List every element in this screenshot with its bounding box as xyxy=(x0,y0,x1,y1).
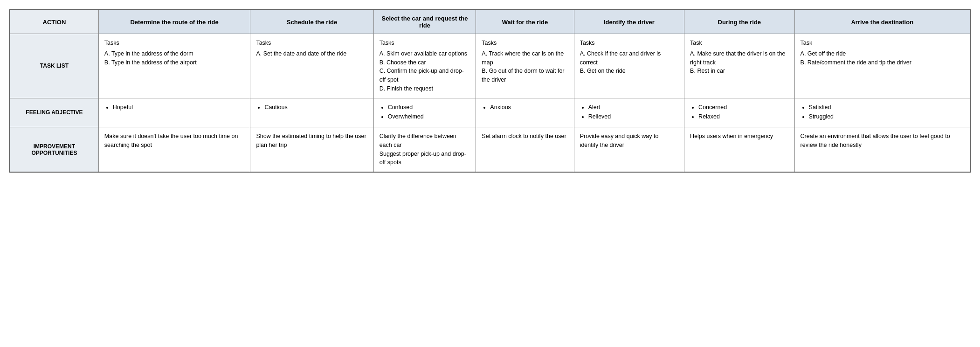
table-cell: Show the estimated timing to help the us… xyxy=(250,127,373,173)
bullet-item: Alert xyxy=(588,103,678,112)
bullet-item: Cautious xyxy=(264,103,367,112)
bullet-item: Satisfied xyxy=(809,103,964,112)
table-cell: Clarify the difference between each carS… xyxy=(373,127,476,173)
row-label: IMPROVEMENT OPPORTUNITIES xyxy=(10,127,98,173)
table-cell: Set alarm clock to notify the user xyxy=(476,127,574,173)
table-row: IMPROVEMENT OPPORTUNITIESMake sure it do… xyxy=(10,127,970,173)
row-label: TASK LIST xyxy=(10,34,98,98)
table-cell: Hopeful xyxy=(98,98,250,127)
table-cell: Helps users when in emergency xyxy=(684,127,794,173)
table-cell: TasksA. Track where the car is on the ma… xyxy=(476,34,574,98)
during-header: During the ride xyxy=(684,10,794,34)
row-label: FEELING ADJECTIVE xyxy=(10,98,98,127)
table-cell: SatisfiedStruggled xyxy=(794,98,970,127)
bullet-item: Hopeful xyxy=(113,103,245,112)
bullet-item: Confused xyxy=(388,103,470,112)
wait-header: Wait for the ride xyxy=(476,10,574,34)
select-header: Select the car and request the ride xyxy=(373,10,476,34)
table-cell: TasksA. Check if the car and driver is c… xyxy=(574,34,684,98)
bullet-item: Struggled xyxy=(809,112,964,121)
journey-map-table: ACTION Determine the route of the ride S… xyxy=(9,9,971,173)
bullet-item: Concerned xyxy=(698,103,788,112)
determine-header: Determine the route of the ride xyxy=(98,10,250,34)
bullet-item: Relieved xyxy=(588,112,678,121)
table-row: TASK LISTTasksA. Type in the address of … xyxy=(10,34,970,98)
table-cell: TasksA. Skim over available car optionsB… xyxy=(373,34,476,98)
table-cell: TaskA. Make sure that the driver is on t… xyxy=(684,34,794,98)
table-cell: Provide easy and quick way to identify t… xyxy=(574,127,684,173)
table-row: FEELING ADJECTIVEHopefulCautiousConfused… xyxy=(10,98,970,127)
table-cell: TaskA. Get off the rideB. Rate/comment t… xyxy=(794,34,970,98)
bullet-item: Overwhelmed xyxy=(388,112,470,121)
table-cell: AlertRelieved xyxy=(574,98,684,127)
table-cell: ConfusedOverwhelmed xyxy=(373,98,476,127)
table-cell: Anxious xyxy=(476,98,574,127)
action-header: ACTION xyxy=(10,10,98,34)
schedule-header: Schedule the ride xyxy=(250,10,373,34)
bullet-item: Anxious xyxy=(490,103,568,112)
bullet-item: Relaxed xyxy=(698,112,788,121)
table-cell: Make sure it doesn't take the user too m… xyxy=(98,127,250,173)
header-row: ACTION Determine the route of the ride S… xyxy=(10,10,970,34)
table-cell: Create an environment that allows the us… xyxy=(794,127,970,173)
arrive-header: Arrive the destination xyxy=(794,10,970,34)
table-cell: TasksA. Type in the address of the dormB… xyxy=(98,34,250,98)
identify-header: Identify the driver xyxy=(574,10,684,34)
table-cell: ConcernedRelaxed xyxy=(684,98,794,127)
table-cell: TasksA. Set the date and date of the rid… xyxy=(250,34,373,98)
table-cell: Cautious xyxy=(250,98,373,127)
